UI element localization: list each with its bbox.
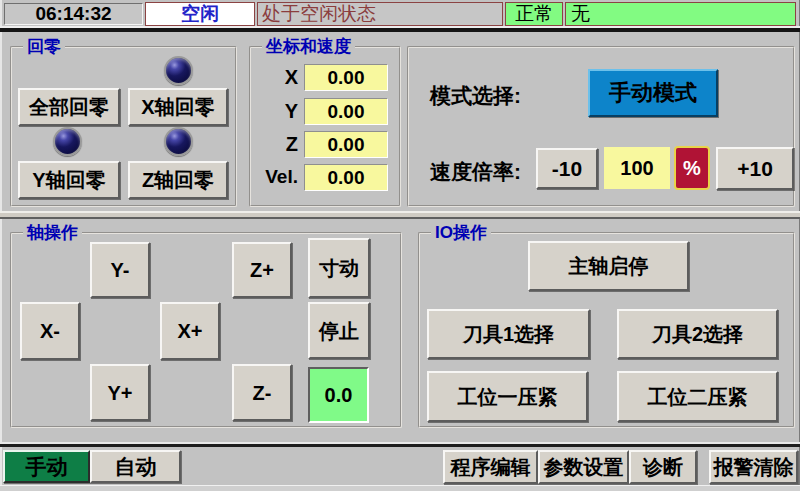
home-all-button[interactable]: 全部回零	[18, 88, 120, 126]
mode-select-label: 模式选择:	[430, 82, 521, 110]
home-y-button[interactable]: Y轴回零	[18, 161, 120, 199]
coords-group-title: 坐标和速度	[262, 37, 355, 57]
alarm-status-badge: 正常	[505, 2, 563, 26]
machine-state-badge: 空闲	[145, 2, 255, 26]
home-x-button[interactable]: X轴回零	[128, 88, 228, 126]
homing-group-title: 回零	[23, 37, 65, 57]
coord-value-x: 0.00	[304, 64, 388, 91]
jog-z-minus-button[interactable]: Z-	[232, 364, 292, 421]
z-home-led-icon	[164, 127, 193, 156]
station2-clamp-button[interactable]: 工位二压紧	[617, 371, 778, 422]
nav-diagnose-button[interactable]: 诊断	[629, 450, 697, 484]
axis-ops-title: 轴操作	[23, 223, 82, 243]
speed-override-label: 速度倍率:	[430, 158, 521, 186]
home-z-button[interactable]: Z轴回零	[128, 161, 228, 199]
station1-clamp-button[interactable]: 工位一压紧	[427, 371, 588, 422]
nav-divider-dark	[0, 444, 800, 447]
hmi-screen: 06:14:32 空闲 处于空闲状态 正常 无 回零 全部回零 X轴回零 Y轴回…	[0, 0, 800, 491]
speed-minus-button[interactable]: -10	[536, 148, 598, 189]
alarm-message: 无	[565, 2, 796, 26]
divider-dark	[0, 28, 800, 32]
io-ops-title: IO操作	[431, 223, 491, 243]
tool1-select-button[interactable]: 刀具1选择	[427, 309, 590, 359]
coord-label-z: Z	[262, 131, 298, 157]
y-home-led-icon	[53, 127, 82, 156]
nav-auto-button[interactable]: 自动	[90, 450, 181, 483]
tool2-select-button[interactable]: 刀具2选择	[617, 309, 778, 359]
speed-value: 100	[604, 147, 670, 189]
jog-x-plus-button[interactable]: X+	[160, 302, 220, 360]
manual-mode-button[interactable]: 手动模式	[588, 69, 718, 117]
jog-y-plus-button[interactable]: Y+	[90, 364, 150, 421]
state-description: 处于空闲状态	[257, 2, 503, 26]
coord-value-y: 0.00	[304, 98, 388, 125]
coord-label-x: X	[262, 64, 298, 90]
stop-button[interactable]: 停止	[308, 302, 370, 359]
nav-param-settings-button[interactable]: 参数设置	[538, 450, 629, 484]
section-divider	[0, 211, 800, 219]
bottom-strip	[0, 485, 800, 491]
coord-value-z: 0.00	[304, 131, 388, 158]
speed-plus-button[interactable]: +10	[716, 147, 794, 190]
nav-manual-button[interactable]: 手动	[3, 450, 90, 483]
coord-value-vel: 0.00	[304, 164, 388, 191]
percent-unit-badge: %	[674, 146, 710, 190]
jog-x-minus-button[interactable]: X-	[20, 302, 80, 360]
nav-alarm-clear-button[interactable]: 报警清除	[709, 450, 798, 484]
nav-program-edit-button[interactable]: 程序编辑	[443, 450, 538, 484]
spindle-toggle-button[interactable]: 主轴启停	[528, 241, 689, 291]
coord-label-vel: Vel.	[250, 164, 298, 190]
jog-z-plus-button[interactable]: Z+	[232, 242, 292, 298]
x-home-led-icon	[164, 56, 193, 85]
inch-mode-button[interactable]: 寸动	[308, 238, 370, 298]
step-value-display: 0.0	[308, 367, 369, 423]
coord-label-y: Y	[262, 98, 298, 124]
clock: 06:14:32	[4, 3, 143, 25]
jog-y-minus-button[interactable]: Y-	[90, 242, 150, 298]
